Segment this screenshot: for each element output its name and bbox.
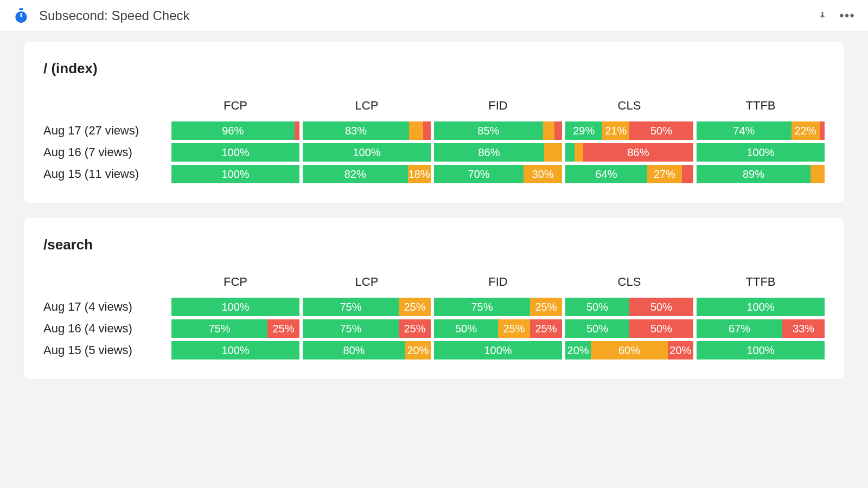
metric-grid: FCPLCPFIDCLSTTFBAug 17 (27 views)96%83%8… (43, 99, 825, 183)
column-header: TTFB (697, 275, 825, 294)
segment-good: 75% (171, 319, 267, 338)
stacked-bar[interactable]: 100% (697, 341, 825, 359)
stacked-bar[interactable]: 20%60%20% (565, 341, 693, 359)
card-title: / (index) (43, 60, 825, 77)
row-label: Aug 16 (7 views) (43, 145, 168, 159)
stacked-bar[interactable]: 83% (303, 121, 431, 140)
column-header: CLS (565, 275, 693, 294)
segment-good: 100% (697, 341, 825, 359)
segment-good: 86% (434, 143, 544, 162)
page-title: Subsecond: Speed Check (39, 8, 815, 23)
stacked-bar[interactable]: 50%50% (565, 319, 693, 338)
stacked-bar[interactable]: 75%25% (171, 319, 299, 338)
segment-good: 70% (434, 165, 524, 183)
stacked-bar[interactable]: 100% (171, 298, 299, 316)
segment-poor: 25% (267, 319, 299, 338)
metric-card: /searchFCPLCPFIDCLSTTFBAug 17 (4 views)1… (24, 218, 844, 379)
segment-good: 64% (565, 165, 647, 183)
segment-good: 80% (303, 341, 405, 359)
segment-good: 82% (303, 165, 408, 183)
stacked-bar[interactable]: 100% (697, 143, 825, 162)
stacked-bar[interactable]: 75%25% (434, 298, 562, 316)
stacked-bar[interactable]: 74%22% (697, 121, 825, 140)
metric-card: / (index)FCPLCPFIDCLSTTFBAug 17 (27 view… (24, 42, 844, 203)
pin-icon[interactable] (815, 8, 830, 23)
stacked-bar[interactable]: 86% (434, 143, 562, 162)
content: / (index)FCPLCPFIDCLSTTFBAug 17 (27 view… (0, 32, 868, 404)
segment-poor (295, 121, 299, 140)
segment-good: 100% (171, 298, 299, 316)
segment-warn: 27% (647, 165, 682, 183)
stacked-bar[interactable]: 70%30% (434, 165, 562, 183)
segment-warn (575, 143, 584, 162)
stacked-bar[interactable]: 100% (171, 165, 299, 183)
segment-poor (554, 121, 562, 140)
segment-good: 96% (171, 121, 295, 140)
segment-warn (543, 121, 554, 140)
segment-warn (409, 121, 423, 140)
stacked-bar[interactable]: 100% (434, 341, 562, 359)
stacked-bar[interactable]: 82%18% (303, 165, 431, 183)
segment-good: 74% (697, 121, 792, 140)
segment-poor: 50% (629, 121, 693, 140)
segment-good: 50% (434, 319, 498, 338)
card-title: /search (43, 236, 825, 253)
segment-warn: 25% (399, 298, 431, 316)
segment-good: 75% (434, 298, 530, 316)
stacked-bar[interactable]: 86% (565, 143, 693, 162)
segment-warn: 30% (524, 165, 562, 183)
segment-good: 75% (303, 298, 399, 316)
segment-warn: 21% (602, 121, 629, 140)
segment-poor: 25% (530, 319, 562, 338)
stacked-bar[interactable]: 100% (171, 143, 299, 162)
stacked-bar[interactable]: 80%20% (303, 341, 431, 359)
segment-warn: 25% (498, 319, 530, 338)
stacked-bar[interactable]: 50%25%25% (434, 319, 562, 338)
segment-poor: 50% (629, 319, 693, 338)
segment-warn (810, 165, 825, 183)
stacked-bar[interactable]: 100% (303, 143, 431, 162)
column-header: FCP (171, 99, 299, 118)
segment-warn (544, 143, 562, 162)
stacked-bar[interactable]: 64%27% (565, 165, 693, 183)
segment-good: 100% (171, 143, 299, 162)
segment-good: 100% (697, 298, 825, 316)
stacked-bar[interactable]: 50%50% (565, 298, 693, 316)
stacked-bar[interactable]: 75%25% (303, 298, 431, 316)
row-label: Aug 17 (4 views) (43, 300, 168, 314)
column-header: CLS (565, 99, 693, 118)
segment-poor: 50% (629, 298, 693, 316)
svg-rect-2 (21, 13, 22, 17)
app-header: Subsecond: Speed Check ••• (0, 0, 868, 32)
segment-good: 50% (565, 298, 629, 316)
segment-warn: 22% (792, 121, 820, 140)
stacked-bar[interactable]: 75%25% (303, 319, 431, 338)
segment-warn: 20% (405, 341, 431, 359)
svg-rect-0 (19, 8, 23, 10)
stacked-bar[interactable]: 89% (697, 165, 825, 183)
column-header: FID (434, 99, 562, 118)
segment-good: 75% (303, 319, 399, 338)
row-label: Aug 15 (5 views) (43, 343, 168, 357)
segment-good: 100% (303, 143, 431, 162)
stacked-bar[interactable]: 67%33% (697, 319, 825, 338)
row-label: Aug 15 (11 views) (43, 167, 168, 181)
column-header: FCP (171, 275, 299, 294)
column-header: TTFB (697, 99, 825, 118)
segment-poor (423, 121, 431, 140)
segment-poor: 20% (668, 341, 693, 359)
segment-poor (682, 165, 693, 183)
stacked-bar[interactable]: 29%21%50% (565, 121, 693, 140)
segment-good: 29% (565, 121, 602, 140)
stacked-bar[interactable]: 96% (171, 121, 299, 140)
header-actions: ••• (815, 8, 855, 23)
segment-poor (820, 121, 825, 140)
stacked-bar[interactable]: 85% (434, 121, 562, 140)
segment-good: 83% (303, 121, 409, 140)
stacked-bar[interactable]: 100% (697, 298, 825, 316)
segment-poor: 86% (583, 143, 693, 162)
segment-good: 50% (565, 319, 629, 338)
more-icon[interactable]: ••• (840, 8, 855, 23)
segment-good: 100% (171, 165, 299, 183)
stacked-bar[interactable]: 100% (171, 341, 299, 359)
